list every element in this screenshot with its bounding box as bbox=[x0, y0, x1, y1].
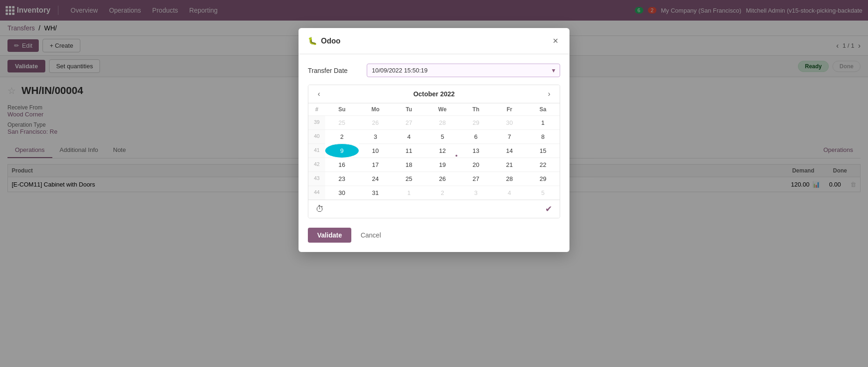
cal-day-22-week4[interactable]: 22 bbox=[526, 158, 560, 172]
cal-day-other-26-week1[interactable]: 26 bbox=[359, 115, 392, 130]
cal-day-28-week5[interactable]: 28 bbox=[493, 172, 526, 186]
cal-day-other-1-week6[interactable]: 1 bbox=[392, 186, 426, 200]
transfer-date-input[interactable] bbox=[367, 64, 560, 77]
cal-day-8-week2[interactable]: 8 bbox=[526, 130, 560, 144]
cal-day-5-week2[interactable]: 5 bbox=[426, 130, 459, 144]
cal-head-fr: Fr bbox=[493, 103, 526, 115]
week-number-39: 39 bbox=[308, 115, 325, 130]
cal-day-10-week3[interactable]: 10 bbox=[359, 144, 392, 158]
calendar-time-button[interactable]: ⏱ bbox=[316, 204, 324, 214]
cal-day-other-5-week6[interactable]: 5 bbox=[526, 186, 560, 200]
cal-day-26-week5[interactable]: 26 bbox=[426, 172, 459, 186]
cal-day-other-2-week6[interactable]: 2 bbox=[426, 186, 459, 200]
modal-close-button[interactable]: × bbox=[551, 36, 560, 46]
cal-day-other-25-week1[interactable]: 25 bbox=[325, 115, 359, 130]
cal-day-21-week4[interactable]: 21 bbox=[493, 158, 526, 172]
cal-day-other-28-week1[interactable]: 28 bbox=[426, 115, 459, 130]
cal-day-24-week5[interactable]: 24 bbox=[359, 172, 392, 186]
cal-day-other-27-week1[interactable]: 27 bbox=[392, 115, 426, 130]
cal-head-th: Th bbox=[459, 103, 493, 115]
cal-day-2-week2[interactable]: 2 bbox=[325, 130, 359, 144]
cal-day-20-week4[interactable]: 20 bbox=[459, 158, 493, 172]
calendar-nav: ‹ October 2022 › bbox=[308, 85, 560, 103]
cal-day-27-week5[interactable]: 27 bbox=[459, 172, 493, 186]
cal-day-9-week3[interactable]: 9 bbox=[325, 144, 359, 158]
cal-day-4-week2[interactable]: 4 bbox=[392, 130, 426, 144]
calendar-body: 3925262728293014023456784191011121314154… bbox=[308, 115, 560, 200]
calendar-grid: # Su Mo Tu We Th Fr Sa bbox=[308, 103, 560, 115]
cal-day-23-week5[interactable]: 23 bbox=[325, 172, 359, 186]
cal-head-mo: Mo bbox=[359, 103, 392, 115]
week-number-43: 43 bbox=[308, 172, 325, 186]
cal-day-14-week3[interactable]: 14 bbox=[493, 144, 526, 158]
date-input-wrapper: ▼ bbox=[367, 64, 560, 77]
modal-title: 🐛 Odoo bbox=[308, 36, 341, 45]
modal-dialog: 🐛 Odoo × Transfer Date ▼ ‹ October 2022 … bbox=[299, 28, 569, 252]
cal-day-30-week6[interactable]: 30 bbox=[325, 186, 359, 200]
calendar-week-3: 419101112131415 bbox=[308, 144, 560, 158]
cal-day-15-week3[interactable]: 15 bbox=[526, 144, 560, 158]
modal-header: 🐛 Odoo × bbox=[299, 28, 569, 54]
cal-day-25-week5[interactable]: 25 bbox=[392, 172, 426, 186]
cal-day-29-week5[interactable]: 29 bbox=[526, 172, 560, 186]
cal-head-sa: Sa bbox=[526, 103, 560, 115]
cal-day-1-week1[interactable]: 1 bbox=[526, 115, 560, 130]
calendar-month: October 2022 bbox=[413, 90, 455, 98]
calendar-prev-button[interactable]: ‹ bbox=[314, 89, 324, 99]
cal-day-19-week4[interactable]: 19 bbox=[426, 158, 459, 172]
cal-day-6-week2[interactable]: 6 bbox=[459, 130, 493, 144]
week-number-42: 42 bbox=[308, 158, 325, 172]
cal-day-13-week3[interactable]: 13 bbox=[459, 144, 493, 158]
cal-day-18-week4[interactable]: 18 bbox=[392, 158, 426, 172]
cal-day-other-29-week1[interactable]: 29 bbox=[459, 115, 493, 130]
calendar-week-6: 44303112345 bbox=[308, 186, 560, 200]
week-number-44: 44 bbox=[308, 186, 325, 200]
cal-day-other-4-week6[interactable]: 4 bbox=[493, 186, 526, 200]
calendar-confirm-button[interactable]: ✔ bbox=[545, 204, 552, 214]
modal-validate-button[interactable]: Validate bbox=[308, 228, 351, 243]
modal-overlay: 🐛 Odoo × Transfer Date ▼ ‹ October 2022 … bbox=[0, 0, 868, 367]
cal-day-other-30-week1[interactable]: 30 bbox=[493, 115, 526, 130]
cal-day-31-week6[interactable]: 31 bbox=[359, 186, 392, 200]
cal-day-11-week3[interactable]: 11 bbox=[392, 144, 426, 158]
calendar-week-5: 4323242526272829 bbox=[308, 172, 560, 186]
calendar-week-1: 392526272829301 bbox=[308, 115, 560, 130]
cal-head-we: We bbox=[426, 103, 459, 115]
cal-head-su: Su bbox=[325, 103, 359, 115]
calendar-week-4: 4216171819202122 bbox=[308, 158, 560, 172]
calendar-week-2: 402345678 bbox=[308, 130, 560, 144]
bug-icon: 🐛 bbox=[308, 36, 317, 45]
cal-head-week: # bbox=[308, 103, 325, 115]
calendar-next-button[interactable]: › bbox=[544, 89, 554, 99]
calendar: ‹ October 2022 › # Su Mo Tu We Th Fr Sa … bbox=[308, 85, 560, 218]
cal-day-other-3-week6[interactable]: 3 bbox=[459, 186, 493, 200]
cal-head-tu: Tu bbox=[392, 103, 426, 115]
week-number-40: 40 bbox=[308, 130, 325, 144]
calendar-footer: ⏱ ✔ bbox=[308, 200, 560, 218]
date-field-row: Transfer Date ▼ bbox=[308, 64, 560, 77]
week-number-41: 41 bbox=[308, 144, 325, 158]
modal-body: Transfer Date ▼ ‹ October 2022 › # Su Mo bbox=[299, 54, 569, 252]
cal-day-3-week2[interactable]: 3 bbox=[359, 130, 392, 144]
cal-day-12-week3[interactable]: 12 bbox=[426, 144, 459, 158]
cal-day-7-week2[interactable]: 7 bbox=[493, 130, 526, 144]
modal-cancel-button[interactable]: Cancel bbox=[357, 228, 385, 243]
modal-actions: Validate Cancel bbox=[308, 228, 560, 243]
cal-day-17-week4[interactable]: 17 bbox=[359, 158, 392, 172]
transfer-date-label: Transfer Date bbox=[308, 67, 359, 74]
cal-day-16-week4[interactable]: 16 bbox=[325, 158, 359, 172]
